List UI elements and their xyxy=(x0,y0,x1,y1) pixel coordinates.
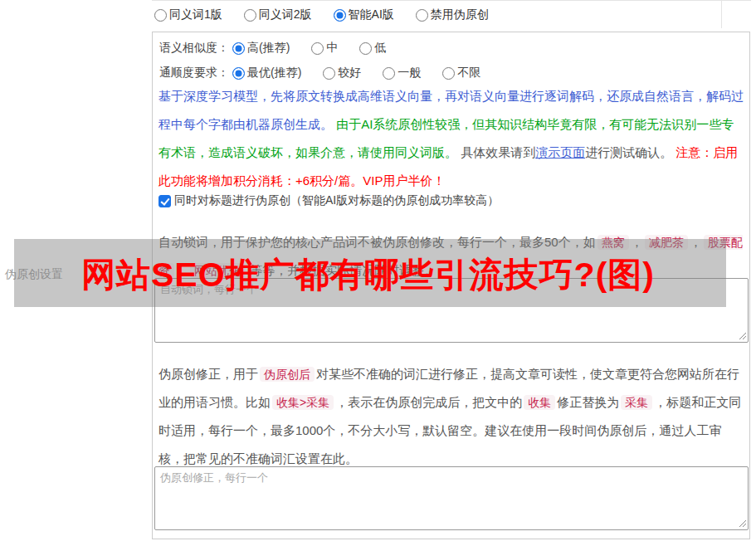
lock-words-textarea[interactable] xyxy=(154,278,749,343)
radio-smart-ai[interactable]: 智能AI版 xyxy=(334,7,394,22)
radio-icon xyxy=(416,9,428,22)
rewrite-version-radio-group: 同义词1版同义词2版智能AI版禁用伪原创 xyxy=(154,7,489,22)
text-segment: ， xyxy=(690,235,702,249)
radio-similarity-high[interactable]: 高(推荐) xyxy=(232,41,290,56)
radio-synonym-v2[interactable]: 同义词2版 xyxy=(244,7,312,22)
locked-word-tag: 网站优化 xyxy=(190,263,245,278)
semantic-similarity-radio-group: 高(推荐)中低 xyxy=(232,41,386,56)
radio-icon xyxy=(442,67,455,80)
radio-fluency-good[interactable]: 较好 xyxy=(323,66,361,80)
top-right-divider xyxy=(721,0,722,28)
radio-disable-rewrite[interactable]: 禁用伪原创 xyxy=(416,7,489,22)
correction-textarea-wrap xyxy=(154,466,749,530)
radio-option-label: 中 xyxy=(326,41,338,56)
term-tag: 收集>采集 xyxy=(272,395,334,410)
demo-page-link[interactable]: 演示页面 xyxy=(535,145,585,159)
radio-fluency-normal[interactable]: 一般 xyxy=(383,66,421,80)
radio-fluency-best[interactable]: 最优(推荐) xyxy=(232,66,301,80)
locked-word-tag: 燕窝 xyxy=(597,235,629,250)
radio-icon xyxy=(232,42,245,55)
radio-option-label: 最优(推荐) xyxy=(247,66,301,80)
radio-icon xyxy=(359,42,372,55)
radio-similarity-low[interactable]: 低 xyxy=(359,41,386,56)
radio-option-label: 同义词2版 xyxy=(259,7,312,22)
radio-synonym-v1[interactable]: 同义词1版 xyxy=(154,7,222,22)
radio-option-label: 高(推荐) xyxy=(247,41,290,56)
text-segment: 等等，并根据实际情况随时调整。 xyxy=(246,263,437,277)
radio-option-label: 同义词1版 xyxy=(169,7,222,22)
radio-option-label: 不限 xyxy=(457,66,480,80)
radio-option-label: 一般 xyxy=(398,66,421,80)
text-segment: ，表示在伪原创完成后，把文中的 xyxy=(335,395,522,409)
term-tag: 采集 xyxy=(621,395,652,410)
title-rewrite-checkbox-row[interactable]: 同时对标题进行伪原创（智能AI版对标题的伪原创成功率较高） xyxy=(159,193,499,208)
semantic-similarity-label: 语义相似度： xyxy=(159,41,229,56)
form-row-label: 伪原创设置 xyxy=(5,267,63,282)
fluency-row: 通顺度要求： 最优(推荐)较好一般不限 xyxy=(159,66,480,80)
fluency-label: 通顺度要求： xyxy=(159,66,229,80)
radio-icon xyxy=(311,42,324,55)
top-divider xyxy=(152,0,751,1)
rewrite-settings-panel: 语义相似度： 高(推荐)中低 通顺度要求： 最优(推荐)较好一般不限 基于深度学… xyxy=(152,32,750,539)
radio-icon xyxy=(323,67,335,80)
ai-description-paragraph: 基于深度学习模型，先将原文转换成高维语义向量，再对语义向量进行逐词解码，还原成自… xyxy=(159,82,745,195)
locked-word-tag: 减肥茶 xyxy=(645,235,688,250)
radio-icon xyxy=(383,67,395,80)
radio-option-label: 禁用伪原创 xyxy=(431,7,489,22)
lock-words-textarea-wrap xyxy=(154,278,749,343)
radio-fluency-any[interactable]: 不限 xyxy=(442,66,480,80)
text-segment: ， xyxy=(631,235,643,249)
correction-paragraph: 伪原创修正，用于伪原创后对某些不准确的词汇进行修正，提高文章可读性，使文章更符合… xyxy=(159,360,745,473)
text-segment: ， xyxy=(176,263,188,277)
title-rewrite-checkbox-label: 同时对标题进行伪原创（智能AI版对标题的伪原创成功率较高） xyxy=(174,193,499,208)
radio-icon xyxy=(154,9,167,22)
radio-similarity-medium[interactable]: 中 xyxy=(311,41,338,56)
lock-words-paragraph: 自动锁词，用于保护您的核心产品词不被伪原创修改，每行一个，最多50个，如燕窝，减… xyxy=(159,228,745,285)
text-segment: 自动锁词，用于保护您的核心产品词不被伪原创修改，每行一个，最多50个，如 xyxy=(159,235,596,249)
text-segment: 伪原创修正，用于 xyxy=(159,367,258,381)
title-rewrite-checkbox[interactable] xyxy=(159,195,171,207)
radio-icon xyxy=(334,9,346,22)
text-segment: 进行测试确认。 xyxy=(585,145,672,159)
radio-option-label: 低 xyxy=(374,41,386,56)
radio-option-label: 较好 xyxy=(338,66,361,80)
correction-textarea[interactable] xyxy=(154,466,749,530)
radio-icon xyxy=(244,9,256,22)
semantic-similarity-row: 语义相似度： 高(推荐)中低 xyxy=(159,41,386,56)
term-tag: 收集 xyxy=(524,395,555,410)
term-tag: 伪原创后 xyxy=(260,367,315,382)
fluency-radio-group: 最优(推荐)较好一般不限 xyxy=(232,66,480,80)
text-segment: 修正替换为 xyxy=(557,395,619,409)
radio-option-label: 智能AI版 xyxy=(349,7,394,22)
text-segment: 具体效果请到 xyxy=(457,145,535,159)
radio-icon xyxy=(232,67,245,80)
